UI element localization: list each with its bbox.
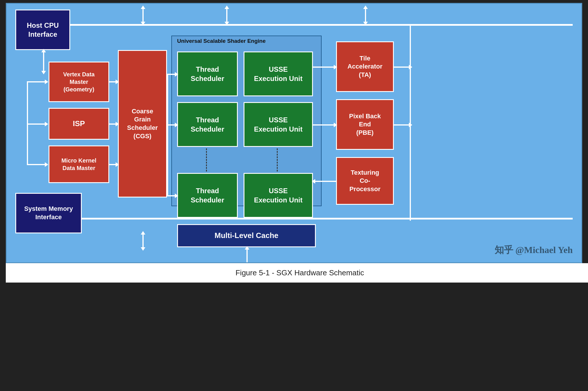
thread-scheduler-2-box: ThreadScheduler [177,102,238,147]
arrow-cgs-ts1 [167,74,177,75]
host-cpu-label: Host CPU Interface [27,21,59,39]
system-memory-interface-box: System MemoryInterface [15,193,82,233]
arrow-host-cpu-v [43,50,44,73]
micro-kernel-box: Micro KernelData Master [49,145,109,183]
arrow-usse-ta [313,67,336,68]
isp-box: ISP [49,108,109,140]
vertex-data-label: Vertex DataMaster(Geometry) [63,71,95,93]
bottom-bus [64,218,573,220]
thread-scheduler-3-label: ThreadScheduler [191,186,224,204]
dashed-usse [277,148,278,171]
arrow-ta-right [394,67,411,68]
arrow-vertex-cgs [109,81,118,82]
thread-scheduler-2-label: ThreadScheduler [191,115,224,133]
double-arrow-right-top [365,7,366,24]
left-vert-connector [27,81,28,165]
arrow-to-vertex [27,81,47,82]
system-memory-label: System MemoryInterface [24,205,73,221]
cgs-right-vert [167,74,168,195]
thread-scheduler-1-label: ThreadScheduler [191,65,224,83]
arrow-to-micro [27,164,47,165]
diagram-area: Host CPU Interface System MemoryInterfac… [6,3,582,263]
pixel-back-end-box: Pixel BackEnd(PBE) [336,99,394,150]
caption-text: Figure 5-1 - SGX Hardware Schematic [235,268,364,277]
double-arrow-cache-bottom [246,247,248,263]
arrow-to-isp [27,123,47,125]
coarse-grain-label: CoarseGrainScheduler(CGS) [127,107,158,140]
right-vert-bus [410,24,411,221]
usse-exec-1-label: USSEExecution Unit [254,65,303,83]
texturing-co-processor-box: TexturingCo-Processor [336,157,394,205]
tile-accelerator-label: TileAccelerator(TA) [347,54,382,79]
arrow-micro-cgs [109,164,118,165]
arrow-tcp-usse [313,181,336,182]
thread-scheduler-3-box: ThreadScheduler [177,173,238,218]
arrow-cgs-ts3 [167,195,177,196]
dashed-ts [206,148,207,171]
arrow-cgs-ts2 [167,124,177,126]
watermark: 知乎 @Michael Yeh [495,244,573,257]
usse-title-text: Universal Scalable Shader Engine [177,38,266,44]
caption-area: Figure 5-1 - SGX Hardware Schematic [6,263,588,283]
diagram-wrapper: Host CPU Interface System MemoryInterfac… [0,0,588,283]
usse-exec-3-label: USSEExecution Unit [254,186,303,204]
usse-exec-2-box: USSEExecution Unit [244,102,313,147]
texturing-co-processor-label: TexturingCo-Processor [349,169,381,193]
double-arrow-cgs-bottom [142,232,144,250]
vertex-data-master-box: Vertex DataMaster(Geometry) [49,62,109,102]
thread-scheduler-1-box: ThreadScheduler [177,51,238,96]
multi-level-cache-label: Multi-Level Cache [214,231,278,241]
double-arrow-cgs-top [142,7,144,24]
tile-accelerator-box: TileAccelerator(TA) [336,41,394,92]
coarse-grain-box: CoarseGrainScheduler(CGS) [118,50,167,198]
double-arrow-usse-top [226,7,227,24]
arrow-isp-cgs [109,123,118,125]
usse-exec-3-box: USSEExecution Unit [244,173,313,218]
arrow-usse-pbe [313,124,336,126]
arrow-pbe-right [394,124,411,126]
usse-exec-1-box: USSEExecution Unit [244,51,313,96]
usse-title: Universal Scalable Shader Engine [177,38,266,44]
watermark-text: 知乎 @Michael Yeh [495,245,573,255]
micro-kernel-label: Micro KernelData Master [61,157,96,172]
usse-exec-2-label: USSEExecution Unit [254,115,303,133]
isp-label: ISP [73,119,85,129]
host-cpu-interface-box: Host CPU Interface [15,10,70,50]
pixel-back-end-label: Pixel BackEnd(PBE) [349,112,381,137]
